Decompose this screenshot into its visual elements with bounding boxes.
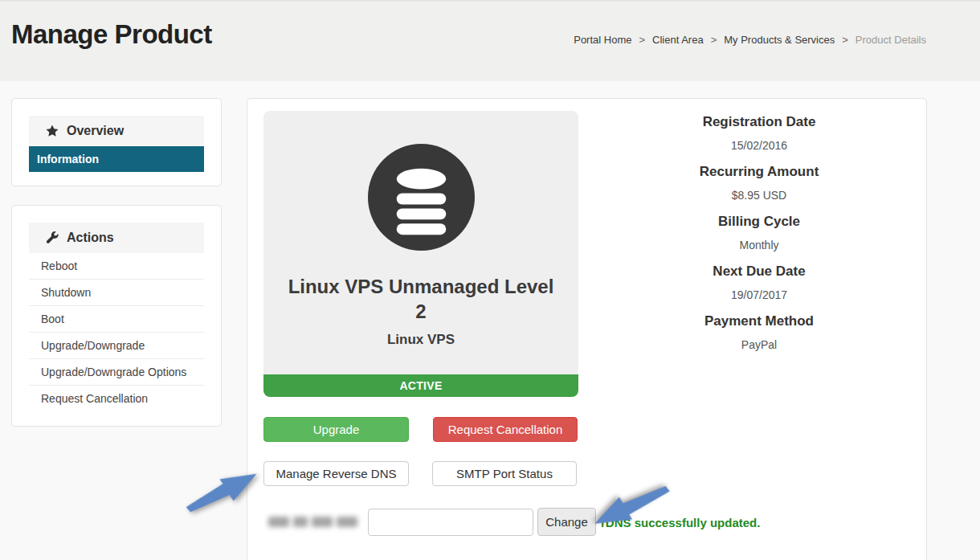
- detail-label-registration-date: Registration Date: [598, 113, 920, 131]
- sidebar-item-information[interactable]: Information: [29, 146, 204, 172]
- detail-value-next-due-date: 19/07/2017: [598, 288, 920, 302]
- actions-list: Reboot Shutdown Boot Upgrade/Downgrade U…: [29, 253, 204, 411]
- manage-product-page: Manage Product Portal Home>Client Area>M…: [0, 0, 980, 560]
- actions-panel: Actions Reboot Shutdown Boot Upgrade/Dow…: [11, 205, 222, 427]
- upgrade-button[interactable]: Upgrade: [263, 417, 409, 442]
- detail-label-billing-cycle: Billing Cycle: [598, 213, 920, 231]
- overview-panel-title: Overview: [67, 124, 124, 138]
- manage-reverse-dns-button[interactable]: Manage Reverse DNS: [263, 461, 409, 486]
- wrench-icon: [46, 231, 59, 244]
- action-boot[interactable]: Boot: [29, 306, 204, 333]
- action-upgrade-downgrade[interactable]: Upgrade/Downgrade: [29, 333, 204, 359]
- redacted-ip: [268, 517, 357, 527]
- action-reboot[interactable]: Reboot: [29, 253, 204, 280]
- product-details-panel: Linux VPS Unmanaged Level 2 Linux VPS AC…: [247, 98, 927, 560]
- breadcrumb-separator: >: [842, 34, 848, 46]
- smtp-port-status-button[interactable]: SMTP Port Status: [432, 461, 577, 486]
- page-header: Manage Product Portal Home>Client Area>M…: [0, 0, 980, 81]
- breadcrumb-client-area[interactable]: Client Area: [652, 34, 704, 46]
- billing-details: Registration Date 15/02/2016 Recurring A…: [598, 113, 920, 362]
- product-card: Linux VPS Unmanaged Level 2 Linux VPS AC…: [263, 111, 578, 397]
- product-name: Linux VPS Unmanaged Level 2: [263, 274, 578, 324]
- breadcrumb-current: Product Details: [855, 34, 926, 46]
- detail-value-payment-method: PayPal: [598, 337, 920, 352]
- page-title: Manage Product: [11, 19, 212, 50]
- detail-label-payment-method: Payment Method: [598, 313, 920, 330]
- status-badge: ACTIVE: [263, 374, 578, 397]
- product-group: Linux VPS: [263, 332, 578, 348]
- action-request-cancellation[interactable]: Request Cancellation: [29, 386, 204, 411]
- detail-value-registration-date: 15/02/2016: [598, 138, 920, 153]
- breadcrumb-my-products[interactable]: My Products & Services: [724, 34, 835, 46]
- detail-label-recurring-amount: Recurring Amount: [598, 163, 920, 181]
- action-upgrade-downgrade-options[interactable]: Upgrade/Downgrade Options: [29, 359, 204, 386]
- breadcrumb: Portal Home>Client Area>My Products & Se…: [574, 34, 926, 46]
- actions-panel-header: Actions: [29, 223, 204, 253]
- action-shutdown[interactable]: Shutdown: [29, 280, 204, 306]
- actions-panel-title: Actions: [67, 231, 114, 245]
- star-icon: [46, 125, 59, 137]
- detail-value-billing-cycle: Monthly: [598, 238, 920, 252]
- product-card-body: Linux VPS Unmanaged Level 2 Linux VPS: [263, 111, 578, 374]
- rdns-hostname-input[interactable]: [368, 509, 533, 536]
- request-cancellation-button[interactable]: Request Cancellation: [433, 417, 578, 442]
- breadcrumb-separator: >: [711, 34, 717, 46]
- database-icon: [263, 143, 578, 251]
- breadcrumb-portal-home[interactable]: Portal Home: [574, 34, 631, 46]
- detail-label-next-due-date: Next Due Date: [598, 263, 920, 280]
- breadcrumb-separator: >: [639, 34, 645, 46]
- overview-panel: Overview Information: [11, 98, 222, 186]
- overview-panel-header: Overview: [29, 116, 204, 146]
- detail-value-recurring-amount: $8.95 USD: [598, 188, 920, 202]
